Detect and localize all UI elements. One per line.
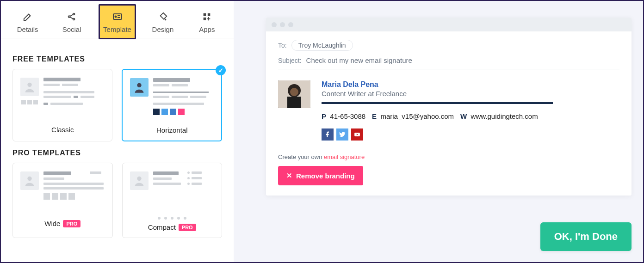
svg-point-2 (73, 18, 75, 20)
signature-block: Maria Dela Pena Content Writer at Freela… (278, 80, 619, 141)
tab-label: Template (103, 25, 131, 33)
tab-details[interactable]: Details (10, 6, 45, 38)
selected-check-icon (216, 65, 226, 75)
done-button[interactable]: OK, I'm Done (540, 222, 632, 251)
svg-point-5 (165, 18, 167, 20)
branding-text: Create your own email signature (278, 153, 619, 160)
signature-photo (278, 80, 310, 108)
template-card-wide[interactable]: WidePRO (12, 163, 113, 238)
apps-icon (201, 11, 213, 23)
tab-label: Details (17, 25, 38, 33)
template-name: Horizontal (130, 126, 214, 134)
pencil-icon (22, 11, 34, 23)
svg-point-1 (73, 13, 75, 15)
svg-point-10 (137, 83, 142, 87)
tab-template[interactable]: Template (99, 4, 136, 39)
section-title-free: FREE TEMPLATES (12, 55, 222, 63)
section-title-pro: PRO TEMPLATES (12, 149, 222, 157)
svg-point-15 (290, 88, 298, 96)
pro-badge: PRO (179, 224, 196, 231)
branding-link[interactable]: email signature (324, 153, 365, 160)
paint-icon (157, 11, 169, 23)
pro-badge: PRO (63, 220, 80, 227)
signature-socials (322, 128, 553, 141)
svg-rect-7 (208, 13, 211, 16)
svg-point-4 (115, 16, 116, 17)
close-icon: ✕ (286, 171, 292, 180)
subject-label: Subject: (278, 57, 302, 64)
svg-point-0 (68, 16, 70, 18)
svg-rect-8 (204, 17, 206, 20)
templates-list: FREE TEMPLATES (1, 38, 234, 247)
tab-label: Social (62, 25, 81, 33)
svg-point-11 (27, 177, 31, 181)
avatar-placeholder-icon (130, 78, 149, 97)
to-label: To: (278, 42, 287, 49)
twitter-icon[interactable] (336, 128, 348, 141)
preview-panel: To: Troy McLaughlin Subject: Check out m… (234, 1, 644, 262)
mail-preview: To: Troy McLaughlin Subject: Check out m… (266, 18, 632, 196)
avatar-placeholder-icon (20, 171, 39, 190)
signature-contacts: P 41-65-3088 E maria_v15@yahoo.com W www… (322, 112, 553, 120)
badge-icon (111, 11, 124, 23)
mail-subject-row: Subject: Check out my new email signatur… (278, 56, 619, 69)
tab-design[interactable]: Design (145, 6, 180, 38)
subject-text: Check out my new email signature (306, 56, 412, 64)
facebook-icon[interactable] (322, 128, 334, 141)
template-card-compact[interactable]: CompactPRO (122, 163, 223, 238)
window-dot-icon (272, 22, 277, 27)
template-name: Classic (20, 126, 105, 134)
left-panel: Details Social Template Design Apps (1, 1, 234, 262)
youtube-icon[interactable] (351, 128, 363, 141)
window-titlebar (266, 18, 632, 31)
editor-tabs: Details Social Template Design Apps (1, 1, 234, 38)
share-icon (66, 11, 78, 23)
window-dot-icon (280, 22, 285, 27)
avatar-placeholder-icon (20, 78, 39, 96)
template-name: CompactPRO (130, 223, 215, 231)
avatar-placeholder-icon (130, 171, 149, 190)
tab-label: Apps (199, 25, 215, 33)
tab-apps[interactable]: Apps (190, 6, 224, 38)
template-name: WidePRO (20, 220, 105, 227)
signature-divider (322, 102, 553, 104)
window-dot-icon (288, 22, 293, 27)
template-card-classic[interactable]: Classic (12, 69, 112, 141)
signature-title: Content Writer at Freelance (322, 90, 553, 98)
mail-to-row: To: Troy McLaughlin (278, 40, 619, 51)
template-card-horizontal[interactable]: Horizontal (122, 69, 222, 141)
tab-label: Design (152, 25, 174, 33)
recipient-chip[interactable]: Troy McLaughlin (291, 40, 353, 51)
svg-point-9 (27, 83, 31, 87)
svg-rect-6 (204, 13, 206, 16)
svg-point-12 (137, 177, 141, 181)
tab-social[interactable]: Social (54, 6, 89, 38)
remove-branding-button[interactable]: ✕ Remove branding (278, 166, 363, 185)
signature-name: Maria Dela Pena (322, 80, 553, 89)
svg-rect-16 (287, 97, 301, 108)
